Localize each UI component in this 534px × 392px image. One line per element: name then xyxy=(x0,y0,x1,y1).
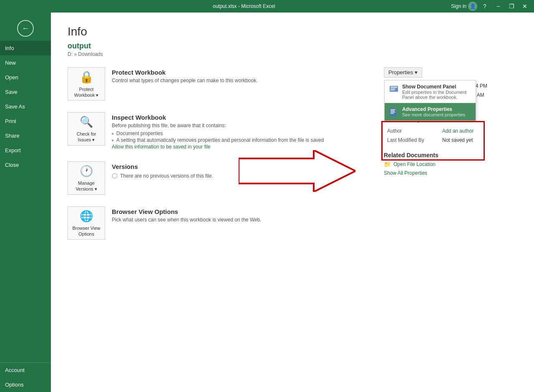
browser-content: Browser View Options Pick what users can… xyxy=(112,206,375,224)
sidebar-item-print[interactable]: Print xyxy=(0,114,51,128)
titlebar-controls: Sign in 👤 ? − ❐ ✕ xyxy=(451,2,531,11)
sidebar-item-close[interactable]: Close xyxy=(0,158,51,172)
author-value: Add an author xyxy=(440,127,516,135)
protect-content: Protect Workbook Control what types of c… xyxy=(112,67,375,85)
properties-dropdown: Show Document Panel Edit properties in t… xyxy=(384,80,476,121)
versions-section: 🕐 ManageVersions ▾ Versions ⬡ There are … xyxy=(68,161,375,195)
content-left: 🔒 ProtectWorkbook ▾ Protect Workbook Con… xyxy=(68,67,375,251)
versions-icon: 🕐 xyxy=(80,164,93,178)
main-content: Info output D: » Downloads 🔒 ProtectWork… xyxy=(51,13,534,392)
browser-section: 🌐 Browser ViewOptions Browser View Optio… xyxy=(68,206,375,240)
show-all-properties-link[interactable]: Show All Properties xyxy=(384,170,517,176)
close-button[interactable]: ✕ xyxy=(519,2,531,10)
advanced-properties-item[interactable]: Advanced Properties See more document pr… xyxy=(385,103,476,121)
browser-desc: Pick what users can see when this workbo… xyxy=(112,217,375,223)
browser-icon: 🌐 xyxy=(80,209,93,224)
inspect-section: 🔍 Check forIssues ▾ Inspect Workbook Bef… xyxy=(68,112,375,150)
check-issues-button[interactable]: 🔍 Check forIssues ▾ xyxy=(68,112,105,146)
manage-versions-button[interactable]: 🕐 ManageVersions ▾ xyxy=(68,161,105,195)
protect-icon: 🔒 xyxy=(79,70,94,85)
sidebar: ← Info New Open Save Save As Print Share… xyxy=(0,13,51,392)
file-name: output xyxy=(68,42,517,50)
svg-rect-6 xyxy=(390,111,395,111)
window-title: output.xlsx - Microsoft Excel xyxy=(37,3,451,9)
versions-bullet-icon: ⬡ xyxy=(112,172,118,180)
modified-by-label: Last Modified By xyxy=(385,136,439,144)
sidebar-item-save[interactable]: Save xyxy=(0,85,51,99)
file-path: D: » Downloads xyxy=(68,51,517,57)
svg-rect-1 xyxy=(390,87,397,88)
svg-rect-8 xyxy=(390,113,394,114)
properties-arrow-icon: ▾ xyxy=(415,69,418,75)
modified-by-value: Not saved yet xyxy=(440,136,516,144)
folder-icon: 📁 xyxy=(384,161,391,168)
open-file-location-link[interactable]: Open File Location xyxy=(393,161,436,167)
sidebar-item-options[interactable]: Options xyxy=(0,377,51,392)
protect-workbook-button[interactable]: 🔒 ProtectWorkbook ▾ xyxy=(68,67,105,101)
browser-icon-label: Browser ViewOptions xyxy=(72,225,100,237)
inspect-list: Document properties A setting that autom… xyxy=(112,130,375,143)
minimize-button[interactable]: − xyxy=(492,2,504,10)
inspect-desc: Before publishing this file, be aware th… xyxy=(112,123,375,128)
svg-rect-2 xyxy=(390,88,395,89)
document-panel-icon xyxy=(389,85,399,95)
inspect-list-item: Document properties xyxy=(112,130,375,137)
signin-button[interactable]: Sign in 👤 xyxy=(451,2,477,11)
related-docs-title: Related Documents xyxy=(384,152,517,158)
sidebar-item-export[interactable]: Export xyxy=(0,143,51,158)
versions-icon-label: ManageVersions ▾ xyxy=(76,180,97,192)
advanced-props-icon xyxy=(389,107,399,117)
versions-desc: ⬡ There are no previous versions of this… xyxy=(112,172,375,180)
properties-wrapper: Properties ▾ xyxy=(384,67,517,176)
signin-label: Sign in xyxy=(451,3,466,9)
show-panel-desc: Edit properties in the Document Panel ab… xyxy=(402,90,471,100)
properties-label: Properties xyxy=(388,69,413,75)
inspect-content: Inspect Workbook Before publishing this … xyxy=(112,112,375,150)
versions-title: Versions xyxy=(112,163,375,170)
open-file-location-item: 📁 Open File Location xyxy=(384,161,517,168)
svg-rect-3 xyxy=(390,90,395,90)
protect-title: Protect Workbook xyxy=(112,69,375,76)
protect-icon-label: ProtectWorkbook ▾ xyxy=(74,86,98,98)
show-document-panel-item[interactable]: Show Document Panel Edit properties in t… xyxy=(385,80,476,103)
sidebar-item-share[interactable]: Share xyxy=(0,128,51,143)
protect-desc: Control what types of changes people can… xyxy=(112,78,375,83)
sidebar-item-save-as[interactable]: Save As xyxy=(0,99,51,114)
browser-view-button[interactable]: 🌐 Browser ViewOptions xyxy=(68,206,105,240)
show-panel-title: Show Document Panel xyxy=(402,84,471,90)
svg-rect-7 xyxy=(390,112,395,113)
inspect-title: Inspect Workbook xyxy=(112,114,375,121)
restore-button[interactable]: ❐ xyxy=(506,2,517,10)
user-avatar: 👤 xyxy=(468,2,477,11)
inspect-icon: 🔍 xyxy=(80,115,93,129)
properties-button[interactable]: Properties ▾ xyxy=(384,67,422,78)
app-layout: ← Info New Open Save Save As Print Share… xyxy=(0,13,534,392)
sidebar-item-info[interactable]: Info xyxy=(0,41,51,55)
allow-info-link[interactable]: Allow this information to be saved in yo… xyxy=(112,144,211,150)
advanced-props-title: Advanced Properties xyxy=(402,106,465,112)
sidebar-item-account[interactable]: Account xyxy=(0,363,51,377)
sidebar-item-open[interactable]: Open xyxy=(0,70,51,85)
related-people-table: Author Add an author Last Modified By No… xyxy=(384,126,517,145)
author-label: Author xyxy=(385,127,439,135)
sidebar-item-new[interactable]: New xyxy=(0,55,51,70)
inspect-icon-label: Check forIssues ▾ xyxy=(76,131,96,143)
author-row: Author Add an author xyxy=(385,127,516,135)
svg-rect-5 xyxy=(390,109,395,110)
browser-title: Browser View Options xyxy=(112,208,375,215)
content-right: Properties ▾ xyxy=(375,67,517,251)
modified-by-row: Last Modified By Not saved yet xyxy=(385,136,516,144)
titlebar: output.xlsx - Microsoft Excel Sign in 👤 … xyxy=(0,0,534,13)
back-button[interactable]: ← xyxy=(17,20,34,37)
add-author-link[interactable]: Add an author xyxy=(442,128,474,134)
advanced-props-desc: See more document properties xyxy=(402,112,465,117)
content-columns: 🔒 ProtectWorkbook ▾ Protect Workbook Con… xyxy=(68,67,517,251)
protect-section: 🔒 ProtectWorkbook ▾ Protect Workbook Con… xyxy=(68,67,375,101)
page-title: Info xyxy=(68,25,517,38)
inspect-list-item: A setting that automatically removes pro… xyxy=(112,137,375,143)
help-button[interactable]: ? xyxy=(479,2,491,10)
versions-content: Versions ⬡ There are no previous version… xyxy=(112,161,375,180)
